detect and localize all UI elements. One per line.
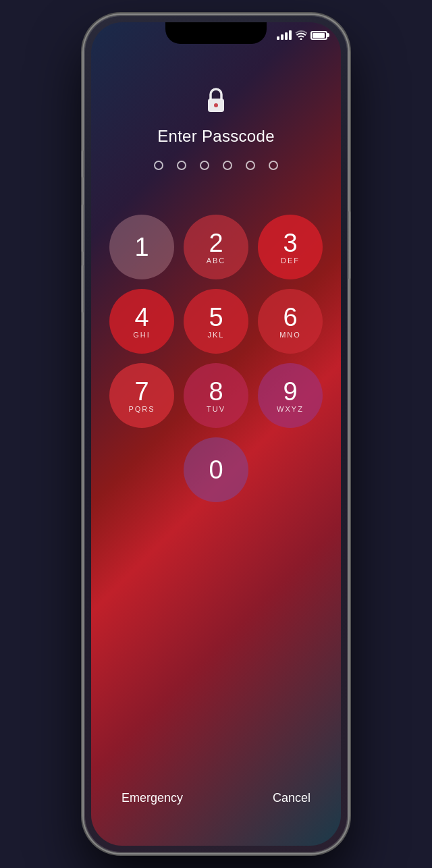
- key-2[interactable]: 2 ABC: [184, 215, 248, 279]
- power-button[interactable]: [348, 211, 351, 279]
- key-3[interactable]: 3 DEF: [258, 215, 323, 279]
- dot-3: [200, 161, 209, 170]
- key-6[interactable]: 6 MNO: [258, 289, 323, 354]
- key-5[interactable]: 5 JKL: [184, 289, 248, 354]
- svg-point-1: [214, 103, 218, 107]
- key-0[interactable]: 0: [184, 437, 248, 502]
- dot-2: [177, 161, 186, 170]
- key-9[interactable]: 9 WXYZ: [258, 363, 323, 428]
- screen: Enter Passcode 1 2 ABC 3 DEF: [91, 22, 341, 846]
- passcode-dots: [154, 161, 278, 170]
- lock-icon-container: [205, 86, 227, 113]
- cancel-button[interactable]: Cancel: [263, 784, 321, 812]
- dot-6: [269, 161, 278, 170]
- volume-up-button[interactable]: [81, 205, 84, 252]
- key-7[interactable]: 7 PQRS: [109, 363, 174, 428]
- key-4[interactable]: 4 GHI: [109, 289, 174, 354]
- dot-5: [246, 161, 255, 170]
- mute-button[interactable]: [81, 151, 84, 178]
- emergency-button[interactable]: Emergency: [111, 784, 193, 812]
- key-1[interactable]: 1: [109, 215, 174, 279]
- keypad: 1 2 ABC 3 DEF 4 GHI 5 JKL 6 MNO: [109, 215, 323, 502]
- status-icons: [277, 30, 327, 40]
- volume-down-button[interactable]: [81, 265, 84, 313]
- wifi-icon: [295, 30, 307, 40]
- key-8[interactable]: 8 TUV: [184, 363, 248, 428]
- lock-icon: [205, 86, 227, 113]
- notch: [165, 22, 267, 44]
- passcode-title: Enter Passcode: [157, 127, 275, 146]
- dot-4: [223, 161, 232, 170]
- bottom-actions: Emergency Cancel: [111, 784, 321, 812]
- phone-frame: Enter Passcode 1 2 ABC 3 DEF: [84, 16, 348, 852]
- dot-1: [154, 161, 163, 170]
- battery-icon: [310, 31, 327, 40]
- signal-icon: [277, 30, 292, 40]
